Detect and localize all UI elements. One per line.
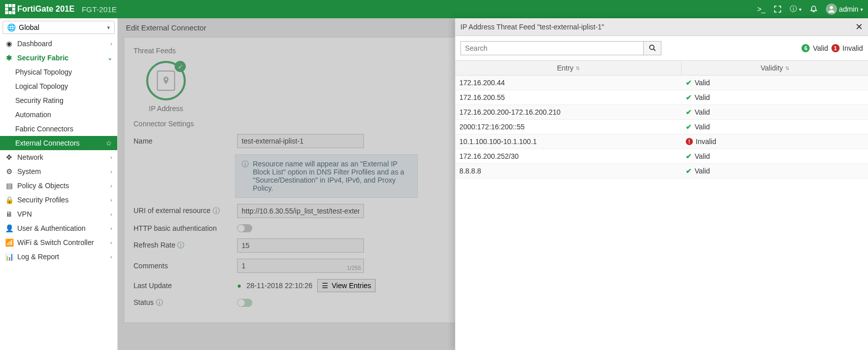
refresh-input[interactable] <box>237 238 364 253</box>
detail-title: IP Address Threat Feed "test-external-ip… <box>460 23 604 31</box>
nav-security-fabric[interactable]: ✱Security Fabric⌄ <box>0 51 117 65</box>
uri-input[interactable] <box>237 204 364 218</box>
nav-system-label: System <box>17 167 41 176</box>
nav-vpn[interactable]: 🖥VPN› <box>0 207 117 221</box>
favorite-icon[interactable]: ☆ <box>106 139 112 147</box>
info-icon[interactable]: ⓘ <box>177 241 184 249</box>
table-row[interactable]: 172.16.200.252/30✔Valid <box>455 149 868 164</box>
table-row[interactable]: 2000:172:16:200::55✔Valid <box>455 120 868 134</box>
policy-icon: ▤ <box>5 182 13 190</box>
cli-icon[interactable]: >_ <box>757 5 765 13</box>
nav-logical-topology[interactable]: Logical Topology <box>0 79 117 93</box>
security-profiles-icon: 🔒 <box>5 196 13 204</box>
comments-input[interactable] <box>237 259 364 273</box>
nav-wifi-switch-label: WiFi & Switch Controller <box>17 238 94 247</box>
threat-type-card[interactable]: ✓ IP Address <box>141 61 191 113</box>
table-row[interactable]: 172.16.200.200-172.16.200.210✔Valid <box>455 105 868 120</box>
nav-fabric-connectors[interactable]: Fabric Connectors <box>0 122 117 136</box>
notification-icon[interactable] <box>810 5 818 13</box>
search-button[interactable] <box>643 41 661 55</box>
nav-security-rating[interactable]: Security Rating <box>0 93 117 108</box>
security-fabric-icon: ✱ <box>5 54 13 62</box>
user-menu[interactable]: admin ▾ <box>826 4 863 15</box>
validity-cell: ✔Valid <box>682 164 868 178</box>
entry-cell: 172.16.200.55 <box>455 90 682 104</box>
name-hint: ⓘ Resource name will appear as an "Exter… <box>235 154 418 198</box>
wifi-icon: 📶 <box>5 238 13 247</box>
check-icon: ✔ <box>686 167 692 175</box>
valid-count-badge: 6 <box>802 44 810 52</box>
entry-cell: 2000:172:16:200::55 <box>455 120 682 134</box>
http-auth-toggle[interactable] <box>237 224 252 232</box>
nav-vpn-label: VPN <box>17 210 32 218</box>
sidebar: 🌐Global ▾ ◉Dashboard› ✱Security Fabric⌄ … <box>0 18 118 350</box>
info-icon: ⓘ <box>242 160 249 192</box>
dashboard-icon: ◉ <box>5 40 13 48</box>
svg-point-1 <box>650 45 654 49</box>
comments-count: 1/255 <box>347 265 361 271</box>
brand-logo: FortiGate 201E <box>5 4 75 14</box>
topbar-left: FortiGate 201E FGT-201E <box>5 4 117 14</box>
view-entries-button[interactable]: ☰View Entries <box>317 279 376 292</box>
nav-security-profiles[interactable]: 🔒Security Profiles› <box>0 193 117 207</box>
brand-name: FortiGate 201E <box>17 5 75 14</box>
nav-automation[interactable]: Automation <box>0 108 117 122</box>
nav-external-connectors[interactable]: External Connectors☆ <box>0 136 117 150</box>
topbar-right: >_ ⓘ▾ admin ▾ <box>757 4 863 15</box>
table-row[interactable]: 172.16.200.44✔Valid <box>455 76 868 90</box>
sort-icon: ⇅ <box>785 65 789 71</box>
table-row[interactable]: 10.1.100.100-10.1.100.1!Invalid <box>455 134 868 149</box>
help-icon[interactable]: ⓘ▾ <box>790 5 802 14</box>
nav-network-label: Network <box>17 153 43 161</box>
nav-user-auth[interactable]: 👤User & Authentication› <box>0 221 117 235</box>
logo-icon <box>5 4 15 14</box>
nav-physical-topology[interactable]: Physical Topology <box>0 65 117 79</box>
nav-log-report-label: Log & Report <box>17 253 59 261</box>
sort-icon: ⇅ <box>576 65 580 71</box>
nav-dashboard-label: Dashboard <box>17 40 52 48</box>
entry-cell: 10.1.100.100-10.1.100.1 <box>455 134 682 149</box>
nav-policy-objects[interactable]: ▤Policy & Objects› <box>0 179 117 193</box>
validity-cell: ✔Valid <box>682 120 868 134</box>
legend: 6 Valid 1 Invalid <box>802 44 863 52</box>
nav-security-profiles-label: Security Profiles <box>17 196 69 204</box>
fullscreen-icon[interactable] <box>774 5 782 13</box>
check-icon: ✔ <box>686 123 692 131</box>
vdom-selector[interactable]: 🌐Global ▾ <box>3 21 115 34</box>
nav-external-connectors-label: External Connectors <box>15 139 80 147</box>
validity-cell: ✔Valid <box>682 90 868 104</box>
chevron-down-icon: ▾ <box>107 24 110 31</box>
table-row[interactable]: 8.8.8.8✔Valid <box>455 164 868 179</box>
nav-security-fabric-label: Security Fabric <box>17 54 69 62</box>
threat-type-label: IP Address <box>149 104 183 113</box>
nav-wifi-switch[interactable]: 📶WiFi & Switch Controller› <box>0 235 117 250</box>
status-toggle[interactable] <box>237 299 252 307</box>
col-entry-header[interactable]: Entry⇅ <box>455 61 681 75</box>
info-icon[interactable]: ⓘ <box>156 298 163 306</box>
entry-cell: 8.8.8.8 <box>455 164 682 178</box>
list-icon: ☰ <box>322 282 328 290</box>
hostname: FGT-201E <box>82 5 117 14</box>
nav-dashboard[interactable]: ◉Dashboard› <box>0 37 117 51</box>
network-icon: ✥ <box>5 153 13 161</box>
avatar-icon <box>826 4 837 15</box>
svg-point-0 <box>830 6 833 9</box>
vpn-icon: 🖥 <box>5 210 13 218</box>
log-icon: 📊 <box>5 253 13 261</box>
nav-log-report[interactable]: 📊Log & Report› <box>0 250 117 264</box>
close-icon[interactable]: ✕ <box>855 21 863 32</box>
nav-network[interactable]: ✥Network› <box>0 150 117 164</box>
nav-security-fabric-sub: Physical Topology Logical Topology Secur… <box>0 65 117 150</box>
check-icon: ✔ <box>686 93 692 101</box>
validity-cell: !Invalid <box>682 134 868 149</box>
entry-cell: 172.16.200.200-172.16.200.210 <box>455 105 682 119</box>
name-input[interactable] <box>237 134 364 148</box>
info-icon[interactable]: ⓘ <box>213 206 220 215</box>
table-row[interactable]: 172.16.200.55✔Valid <box>455 90 868 105</box>
search-input[interactable] <box>460 41 643 55</box>
uri-label: URI of external resource ⓘ <box>133 206 231 216</box>
col-validity-header[interactable]: Validity⇅ <box>681 61 868 75</box>
check-icon: ✔ <box>686 108 692 116</box>
nav-policy-objects-label: Policy & Objects <box>17 182 69 190</box>
nav-system[interactable]: ⚙System› <box>0 164 117 179</box>
